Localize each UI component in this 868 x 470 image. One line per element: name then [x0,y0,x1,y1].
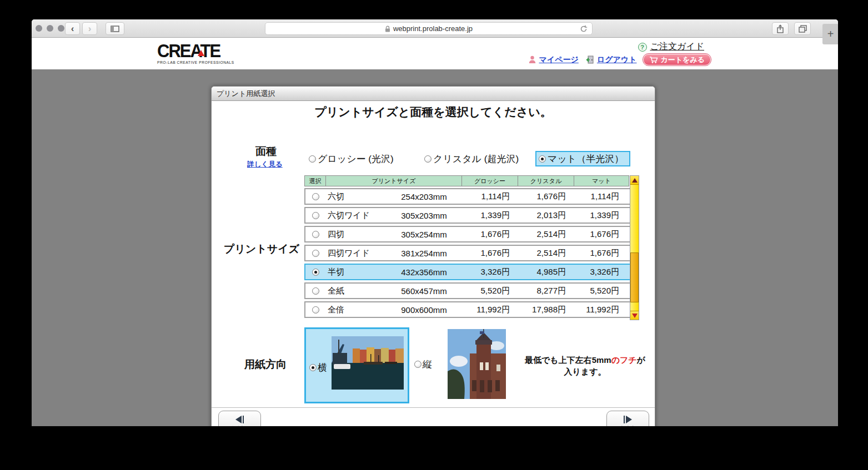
reload-icon [580,25,588,33]
size-row-7[interactable]: 全倍900x600mm11,992円17,988円11,992円 [304,301,639,318]
surface-radio[interactable] [539,155,546,163]
size-radio[interactable] [312,212,319,219]
size-radio[interactable] [312,306,319,314]
cell-rsel [305,231,325,238]
surface-option-2[interactable]: クリスタル (超光沢) [424,151,519,166]
scrollbar-thumb[interactable] [630,252,639,302]
page-background: プリント用紙選択 プリントサイズと面種を選択してください。 写真を選択用紙を選択… [32,69,838,426]
cell-p3: 1,339円 [574,210,627,221]
surface-radio[interactable] [309,155,316,163]
next-step-button[interactable]: すすむ [606,411,649,426]
dialog-heading: プリントサイズと面種を選択してください。 [212,104,655,120]
table-scrollbar[interactable] [630,175,639,320]
zoom-window-button[interactable] [58,25,64,32]
share-button[interactable] [772,22,789,35]
cell-name: 六切 [325,191,387,202]
orientation-landscape-option[interactable]: 横 [304,327,409,403]
view-cart-button[interactable]: カートをみる [643,54,711,65]
print-size-table: 選択プリントサイズグロッシークリスタルマット 六切254x203mm1,114円… [304,175,639,320]
site-header: CREATE PRO-LAB CREATIVE PROFESSIONALS ? … [32,38,838,69]
scroll-up-button[interactable] [630,176,639,185]
cell-dims: 305x203mm [387,211,461,220]
surface-option-1[interactable]: グロッシー (光沢) [309,151,394,166]
cell-dims: 305x254mm [387,230,461,239]
create-logo[interactable]: CREATE PRO-LAB CREATIVE PROFESSIONALS [157,42,235,64]
cell-rsel [305,212,325,219]
cell-name: 全紙 [325,286,387,296]
minimize-window-button[interactable] [47,25,53,32]
cell-name: 半切 [325,267,387,277]
cell-p3: 11,992円 [574,305,627,315]
new-tab-button[interactable]: + [822,24,838,44]
header-links: ? ご注文ガイド マイページ ログアウト カートをみる [529,41,711,66]
column-header: クリスタル [518,175,574,186]
logo-subtext: PRO-LAB CREATIVE PROFESSIONALS [157,60,235,64]
cell-p3: 1,676円 [574,229,627,240]
cart-button-label: カートをみる [660,55,705,65]
size-radio[interactable] [312,269,319,276]
step-tab-label: 用紙を選択 [439,127,478,137]
cell-p1: 5,520円 [461,286,518,296]
surface-option-3[interactable]: マット（半光沢） [535,151,630,166]
step-tabs: 写真を選択用紙を選択トリミングを選択フチあり・なしを選択写真の指示オーダー内容確… [212,122,655,142]
back-step-button[interactable]: もどる [218,411,261,426]
cell-dims: 381x254mm [387,249,461,258]
screen: ‹ › webprint.prolab-create.jp + [0,0,868,470]
cell-p1: 3,326円 [461,267,518,277]
mypage-link[interactable]: マイページ [539,55,579,65]
surface-option-label: クリスタル (超光沢) [433,153,519,165]
browser-toolbar: ‹ › webprint.prolab-create.jp [32,19,838,38]
cell-name: 四切 [325,229,387,240]
sidebar-toggle-button[interactable] [106,22,124,35]
url-text: webprint.prolab-create.jp [393,24,473,33]
size-row-4[interactable]: 四切ワイド381x254mm1,676円2,514円1,676円 [304,245,639,261]
dialog-titlebar: プリント用紙選択 [212,87,655,101]
cell-p3: 3,326円 [574,267,627,277]
size-row-6[interactable]: 全紙560x457mm5,520円8,277円5,520円 [304,282,639,299]
column-header: 選択 [304,175,325,186]
logout-link[interactable]: ログアウト [597,55,637,65]
help-icon: ? [638,43,647,52]
cell-rsel [305,193,325,200]
size-row-1[interactable]: 六切254x203mm1,114円1,676円1,114円 [304,188,639,205]
cell-p2: 1,676円 [518,191,574,202]
close-window-button[interactable] [36,25,42,32]
cell-p3: 1,114円 [574,191,627,202]
size-radio[interactable] [312,287,319,295]
size-row-2[interactable]: 六切ワイド305x203mm1,339円2,013円1,339円 [304,207,639,224]
portrait-radio[interactable] [414,361,422,368]
step-tab-label: オーダー内容確認 [445,127,508,137]
sidebar-icon [111,26,119,32]
share-icon [776,24,784,33]
address-bar[interactable]: webprint.prolab-create.jp [265,22,593,35]
cell-dims: 560x457mm [387,286,461,296]
scroll-down-button[interactable] [630,311,639,320]
size-radio[interactable] [312,231,319,238]
orientation-portrait-option[interactable]: 縦 [414,358,432,371]
surface-option-label: グロッシー (光沢) [318,153,394,165]
cell-name: 六切ワイド [325,210,387,221]
order-guide-link[interactable]: ご注文ガイド [650,41,705,53]
tab-overview-button[interactable] [794,22,811,35]
surface-radio[interactable] [424,155,432,163]
cell-dims: 432x356mm [387,267,461,277]
size-row-3[interactable]: 四切305x254mm1,676円2,514円1,676円 [304,226,639,242]
back-button[interactable]: ‹ [65,22,80,35]
scroll-down-arrow-icon [632,314,638,318]
step-tab-label: フチあり・なしを選択 [442,127,521,137]
reload-button[interactable] [580,25,588,34]
cell-p1: 1,676円 [461,229,518,240]
size-row-5[interactable]: 半切432x356mm3,326円4,985円3,326円 [304,264,639,280]
print-size-section-label: プリントサイズ [217,242,306,256]
landscape-sample-photo [332,336,404,390]
surface-detail-link[interactable]: 詳しく見る [237,160,293,169]
cell-p2: 17,988円 [518,305,574,315]
size-radio[interactable] [312,193,319,200]
table-rows: 六切254x203mm1,114円1,676円1,114円六切ワイド305x20… [304,188,639,318]
landscape-radio[interactable] [309,364,317,371]
cell-p1: 1,676円 [461,248,518,259]
forward-button[interactable]: › [82,22,97,35]
cell-rsel [305,287,325,295]
size-radio[interactable] [312,250,319,257]
cell-p2: 2,514円 [518,248,574,259]
